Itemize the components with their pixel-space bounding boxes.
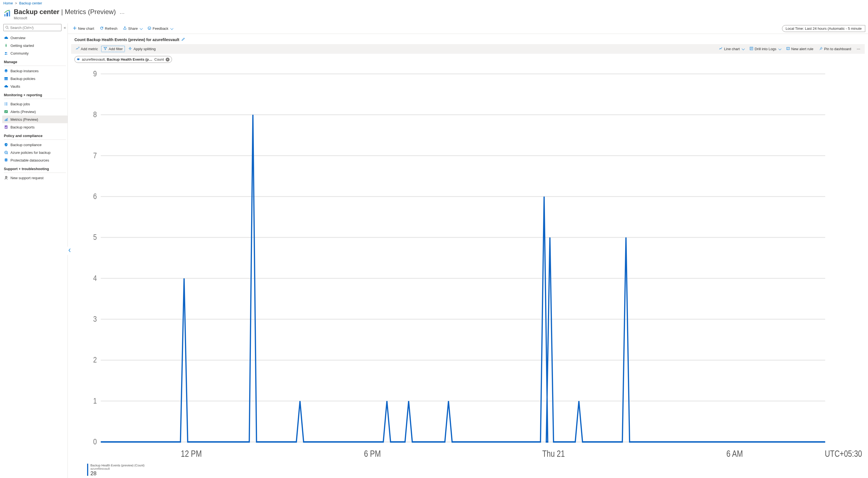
pin-button[interactable]: Pin to dashboard bbox=[817, 46, 854, 52]
sidebar-item-label: Azure policies for backup bbox=[10, 150, 51, 155]
sidebar: « OverviewGetting startedCommunity Manag… bbox=[0, 24, 67, 478]
add-metric-icon bbox=[75, 47, 80, 51]
svg-text:1: 1 bbox=[93, 396, 97, 405]
sidebar-item-label: New support request bbox=[10, 176, 43, 180]
sidebar-item-alerts-preview-[interactable]: Alerts (Preview) bbox=[2, 108, 67, 116]
chip-text: azurefilesvault, Backup Health Events (p… bbox=[82, 57, 164, 61]
metric-chip[interactable]: azurefilesvault, Backup Health Events (p… bbox=[74, 56, 172, 63]
feedback-button[interactable]: Feedback bbox=[145, 25, 175, 32]
svg-text:12 PM: 12 PM bbox=[181, 448, 202, 458]
svg-text:5: 5 bbox=[93, 232, 97, 242]
legend-value: 28 bbox=[90, 470, 145, 477]
sidebar-group-title: Manage bbox=[2, 57, 67, 66]
search-input-wrap[interactable] bbox=[3, 24, 61, 31]
nav-icon bbox=[4, 158, 8, 162]
refresh-button[interactable]: Refresh bbox=[98, 25, 120, 32]
nav-icon bbox=[4, 35, 8, 40]
svg-rect-1 bbox=[7, 13, 8, 17]
legend-resource-label: azurefilesvault bbox=[90, 467, 145, 470]
svg-point-22 bbox=[149, 28, 149, 28]
svg-text:6 AM: 6 AM bbox=[726, 448, 743, 458]
svg-text:9: 9 bbox=[93, 69, 97, 78]
share-button[interactable]: Share bbox=[121, 25, 144, 32]
svg-point-5 bbox=[6, 44, 7, 46]
edit-title-button[interactable] bbox=[181, 37, 185, 42]
svg-text:4: 4 bbox=[93, 273, 97, 282]
svg-point-18 bbox=[5, 152, 7, 153]
svg-rect-2 bbox=[9, 11, 10, 17]
sidebar-item-backup-reports[interactable]: Backup reports bbox=[2, 123, 67, 131]
main-content: New chart Refresh Share Feedback bbox=[67, 24, 868, 478]
svg-point-21 bbox=[148, 27, 151, 30]
backup-center-icon bbox=[3, 10, 11, 18]
nav-icon bbox=[4, 125, 8, 129]
sidebar-item-community[interactable]: Community bbox=[2, 49, 67, 57]
sidebar-item-label: Backup jobs bbox=[10, 102, 30, 106]
nav-icon bbox=[4, 143, 8, 147]
nav-icon bbox=[4, 77, 8, 81]
svg-text:8: 8 bbox=[93, 110, 97, 119]
line-chart-icon bbox=[719, 47, 723, 51]
sidebar-group-title: Monitoring + reporting bbox=[2, 90, 67, 99]
svg-point-6 bbox=[5, 52, 6, 53]
chevron-down-icon bbox=[170, 27, 174, 30]
sidebar-item-overview[interactable]: Overview bbox=[2, 34, 67, 41]
page-title: Backup center | Metrics (Preview) bbox=[14, 8, 116, 16]
nav-icon bbox=[4, 102, 8, 106]
chart-legend: Backup Health Events (preview) (Count) a… bbox=[74, 462, 865, 478]
chevron-down-icon bbox=[140, 27, 143, 30]
svg-rect-12 bbox=[6, 119, 7, 121]
svg-rect-16 bbox=[6, 126, 7, 128]
sidebar-item-backup-jobs[interactable]: Backup jobs bbox=[2, 100, 67, 108]
sidebar-item-backup-policies[interactable]: Backup policies bbox=[2, 75, 67, 83]
panel-collapse-icon[interactable] bbox=[67, 247, 72, 255]
svg-text:6 PM: 6 PM bbox=[364, 448, 381, 458]
sidebar-item-label: Community bbox=[10, 51, 29, 55]
search-input[interactable] bbox=[10, 26, 60, 30]
page-subtitle: Microsoft bbox=[14, 16, 116, 20]
sidebar-item-label: Alerts (Preview) bbox=[10, 110, 36, 114]
apply-splitting-button[interactable]: Apply splitting bbox=[126, 46, 158, 52]
add-filter-button[interactable]: Add filter bbox=[101, 46, 125, 52]
new-alert-button[interactable]: New alert rule bbox=[784, 46, 816, 52]
nav-icon bbox=[4, 176, 8, 180]
sidebar-item-backup-compliance[interactable]: Backup compliance bbox=[2, 141, 67, 149]
line-chart[interactable]: 012345678912 PM6 PMThu 216 AMUTC+05:30 bbox=[74, 66, 865, 462]
new-chart-button[interactable]: New chart bbox=[70, 25, 96, 32]
sidebar-item-label: Getting started bbox=[10, 43, 34, 48]
breadcrumb-home[interactable]: Home bbox=[3, 1, 13, 5]
chart-more-button[interactable]: ⋯ bbox=[855, 46, 863, 52]
sidebar-item-azure-policies-for-backup[interactable]: Azure policies for backup bbox=[2, 149, 67, 156]
breadcrumb-current[interactable]: Backup center bbox=[19, 1, 42, 5]
sidebar-item-metrics-preview-[interactable]: Metrics (Preview) bbox=[2, 116, 67, 123]
sidebar-item-protectable-datasources[interactable]: Protectable datasources bbox=[2, 156, 67, 164]
svg-rect-25 bbox=[786, 48, 789, 50]
share-icon bbox=[123, 26, 127, 31]
sidebar-item-new-support-request[interactable]: New support request bbox=[2, 174, 67, 182]
refresh-icon bbox=[100, 26, 104, 31]
header-more-icon[interactable]: ⋯ bbox=[120, 8, 125, 16]
svg-point-23 bbox=[150, 28, 150, 28]
sidebar-item-backup-instances[interactable]: Backup instances bbox=[2, 67, 67, 75]
legend-color-swatch bbox=[87, 464, 88, 476]
sidebar-item-label: Protectable datasources bbox=[10, 158, 49, 162]
svg-text:3: 3 bbox=[93, 314, 97, 323]
nav-icon bbox=[4, 69, 8, 73]
time-range-button[interactable]: Local Time: Last 24 hours (Automatic - 5… bbox=[782, 25, 865, 32]
drill-logs-button[interactable]: Drill into Logs bbox=[747, 46, 783, 52]
svg-rect-0 bbox=[4, 14, 6, 16]
sidebar-item-label: Vaults bbox=[10, 84, 20, 89]
sidebar-item-getting-started[interactable]: Getting started bbox=[2, 41, 67, 49]
sidebar-item-label: Overview bbox=[10, 36, 25, 40]
command-bar: New chart Refresh Share Feedback bbox=[68, 24, 868, 34]
add-metric-button[interactable]: Add metric bbox=[73, 46, 100, 52]
sidebar-item-vaults[interactable]: Vaults bbox=[2, 83, 67, 90]
svg-text:Thu 21: Thu 21 bbox=[542, 448, 565, 458]
chart-type-button[interactable]: Line chart bbox=[717, 46, 746, 52]
resource-icon bbox=[76, 57, 80, 62]
chip-remove-button[interactable]: ✕ bbox=[166, 58, 169, 61]
nav-icon bbox=[4, 117, 8, 122]
svg-rect-11 bbox=[5, 120, 5, 121]
svg-point-7 bbox=[6, 52, 7, 53]
sidebar-collapse-icon[interactable]: « bbox=[63, 25, 66, 30]
